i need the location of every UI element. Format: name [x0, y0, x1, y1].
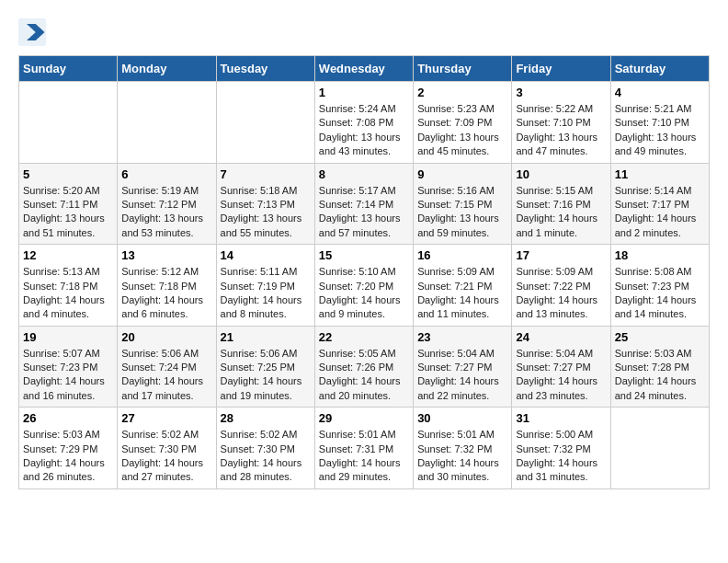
day-info: Sunrise: 5:02 AMSunset: 7:30 PMDaylight:… [121, 428, 211, 485]
day-number: 30 [417, 411, 507, 425]
day-number: 15 [319, 248, 409, 262]
day-number: 22 [319, 330, 409, 344]
calendar-cell: 12Sunrise: 5:13 AMSunset: 7:18 PMDayligh… [19, 245, 118, 327]
day-info: Sunrise: 5:19 AMSunset: 7:12 PMDaylight:… [121, 184, 211, 241]
column-header-saturday: Saturday [610, 56, 709, 82]
calendar-cell: 3Sunrise: 5:22 AMSunset: 7:10 PMDaylight… [512, 82, 610, 164]
column-header-tuesday: Tuesday [216, 56, 314, 82]
day-number: 14 [221, 248, 311, 262]
day-info: Sunrise: 5:11 AMSunset: 7:19 PMDaylight:… [221, 265, 311, 322]
day-info: Sunrise: 5:14 AMSunset: 7:17 PMDaylight:… [615, 184, 705, 241]
column-header-wednesday: Wednesday [314, 56, 413, 82]
day-info: Sunrise: 5:23 AMSunset: 7:09 PMDaylight:… [417, 102, 507, 159]
logo-icon [18, 18, 46, 46]
day-number: 8 [319, 167, 409, 181]
day-info: Sunrise: 5:12 AMSunset: 7:18 PMDaylight:… [121, 265, 211, 322]
day-number: 1 [319, 86, 409, 99]
day-info: Sunrise: 5:06 AMSunset: 7:24 PMDaylight:… [121, 347, 211, 404]
calendar-cell: 11Sunrise: 5:14 AMSunset: 7:17 PMDayligh… [610, 163, 709, 245]
calendar-cell: 25Sunrise: 5:03 AMSunset: 7:28 PMDayligh… [610, 326, 709, 408]
day-number: 5 [23, 167, 113, 181]
day-number: 31 [516, 411, 606, 425]
day-info: Sunrise: 5:01 AMSunset: 7:32 PMDaylight:… [417, 428, 507, 485]
calendar-cell: 30Sunrise: 5:01 AMSunset: 7:32 PMDayligh… [414, 408, 512, 489]
calendar-cell: 14Sunrise: 5:11 AMSunset: 7:19 PMDayligh… [216, 245, 314, 327]
column-header-sunday: Sunday [19, 56, 118, 82]
calendar-cell: 7Sunrise: 5:18 AMSunset: 7:13 PMDaylight… [216, 163, 314, 245]
day-number: 12 [23, 248, 113, 262]
day-number: 29 [319, 411, 409, 425]
day-number: 9 [417, 167, 507, 181]
calendar-week-row: 12Sunrise: 5:13 AMSunset: 7:18 PMDayligh… [19, 245, 710, 327]
day-info: Sunrise: 5:09 AMSunset: 7:22 PMDaylight:… [516, 265, 606, 322]
day-number: 24 [516, 330, 606, 344]
calendar-cell: 27Sunrise: 5:02 AMSunset: 7:30 PMDayligh… [118, 408, 216, 489]
calendar-cell [216, 82, 314, 164]
calendar-cell: 2Sunrise: 5:23 AMSunset: 7:09 PMDaylight… [414, 82, 512, 164]
day-number: 23 [417, 330, 507, 344]
column-header-friday: Friday [512, 56, 610, 82]
day-info: Sunrise: 5:02 AMSunset: 7:30 PMDaylight:… [221, 428, 311, 485]
day-number: 28 [221, 411, 311, 425]
day-number: 3 [516, 86, 606, 99]
day-info: Sunrise: 5:03 AMSunset: 7:29 PMDaylight:… [23, 428, 113, 485]
day-info: Sunrise: 5:03 AMSunset: 7:28 PMDaylight:… [615, 347, 705, 404]
day-info: Sunrise: 5:15 AMSunset: 7:16 PMDaylight:… [516, 184, 606, 241]
day-info: Sunrise: 5:21 AMSunset: 7:10 PMDaylight:… [615, 102, 705, 159]
day-info: Sunrise: 5:01 AMSunset: 7:31 PMDaylight:… [319, 428, 409, 485]
calendar-cell: 19Sunrise: 5:07 AMSunset: 7:23 PMDayligh… [19, 326, 118, 408]
day-number: 17 [516, 248, 606, 262]
day-info: Sunrise: 5:22 AMSunset: 7:10 PMDaylight:… [516, 102, 606, 159]
calendar-cell: 29Sunrise: 5:01 AMSunset: 7:31 PMDayligh… [314, 408, 413, 489]
day-info: Sunrise: 5:04 AMSunset: 7:27 PMDaylight:… [417, 347, 507, 404]
day-number: 27 [121, 411, 211, 425]
day-info: Sunrise: 5:06 AMSunset: 7:25 PMDaylight:… [221, 347, 311, 404]
calendar-cell: 15Sunrise: 5:10 AMSunset: 7:20 PMDayligh… [314, 245, 413, 327]
calendar-week-row: 26Sunrise: 5:03 AMSunset: 7:29 PMDayligh… [19, 408, 710, 489]
calendar-cell: 6Sunrise: 5:19 AMSunset: 7:12 PMDaylight… [118, 163, 216, 245]
calendar-table: SundayMondayTuesdayWednesdayThursdayFrid… [18, 55, 710, 489]
calendar-cell [610, 408, 709, 489]
day-info: Sunrise: 5:16 AMSunset: 7:15 PMDaylight:… [417, 184, 507, 241]
day-info: Sunrise: 5:04 AMSunset: 7:27 PMDaylight:… [516, 347, 606, 404]
day-info: Sunrise: 5:17 AMSunset: 7:14 PMDaylight:… [319, 184, 409, 241]
calendar-cell: 9Sunrise: 5:16 AMSunset: 7:15 PMDaylight… [414, 163, 512, 245]
day-info: Sunrise: 5:20 AMSunset: 7:11 PMDaylight:… [23, 184, 113, 241]
day-info: Sunrise: 5:13 AMSunset: 7:18 PMDaylight:… [23, 265, 113, 322]
calendar-cell: 5Sunrise: 5:20 AMSunset: 7:11 PMDaylight… [19, 163, 118, 245]
day-info: Sunrise: 5:18 AMSunset: 7:13 PMDaylight:… [221, 184, 311, 241]
day-number: 2 [417, 86, 507, 99]
calendar-cell: 8Sunrise: 5:17 AMSunset: 7:14 PMDaylight… [314, 163, 413, 245]
day-number: 25 [615, 330, 705, 344]
calendar-cell: 31Sunrise: 5:00 AMSunset: 7:32 PMDayligh… [512, 408, 610, 489]
calendar-cell: 21Sunrise: 5:06 AMSunset: 7:25 PMDayligh… [216, 326, 314, 408]
calendar-cell: 18Sunrise: 5:08 AMSunset: 7:23 PMDayligh… [610, 245, 709, 327]
calendar-cell: 1Sunrise: 5:24 AMSunset: 7:08 PMDaylight… [314, 82, 413, 164]
calendar-cell: 22Sunrise: 5:05 AMSunset: 7:26 PMDayligh… [314, 326, 413, 408]
calendar-cell [19, 82, 118, 164]
day-number: 18 [615, 248, 705, 262]
day-number: 21 [221, 330, 311, 344]
day-number: 6 [121, 167, 211, 181]
day-info: Sunrise: 5:24 AMSunset: 7:08 PMDaylight:… [319, 102, 409, 159]
calendar-week-row: 1Sunrise: 5:24 AMSunset: 7:08 PMDaylight… [19, 82, 710, 164]
calendar-cell: 23Sunrise: 5:04 AMSunset: 7:27 PMDayligh… [414, 326, 512, 408]
day-info: Sunrise: 5:09 AMSunset: 7:21 PMDaylight:… [417, 265, 507, 322]
calendar-cell: 24Sunrise: 5:04 AMSunset: 7:27 PMDayligh… [512, 326, 610, 408]
day-info: Sunrise: 5:08 AMSunset: 7:23 PMDaylight:… [615, 265, 705, 322]
calendar-header-row: SundayMondayTuesdayWednesdayThursdayFrid… [19, 56, 710, 82]
day-info: Sunrise: 5:10 AMSunset: 7:20 PMDaylight:… [319, 265, 409, 322]
day-info: Sunrise: 5:05 AMSunset: 7:26 PMDaylight:… [319, 347, 409, 404]
day-number: 7 [221, 167, 311, 181]
logo [18, 18, 48, 46]
column-header-thursday: Thursday [414, 56, 512, 82]
day-number: 19 [23, 330, 113, 344]
day-number: 11 [615, 167, 705, 181]
calendar-cell: 26Sunrise: 5:03 AMSunset: 7:29 PMDayligh… [19, 408, 118, 489]
calendar-cell: 17Sunrise: 5:09 AMSunset: 7:22 PMDayligh… [512, 245, 610, 327]
calendar-cell: 20Sunrise: 5:06 AMSunset: 7:24 PMDayligh… [118, 326, 216, 408]
calendar-cell: 4Sunrise: 5:21 AMSunset: 7:10 PMDaylight… [610, 82, 709, 164]
day-number: 16 [417, 248, 507, 262]
calendar-cell: 13Sunrise: 5:12 AMSunset: 7:18 PMDayligh… [118, 245, 216, 327]
day-number: 10 [516, 167, 606, 181]
